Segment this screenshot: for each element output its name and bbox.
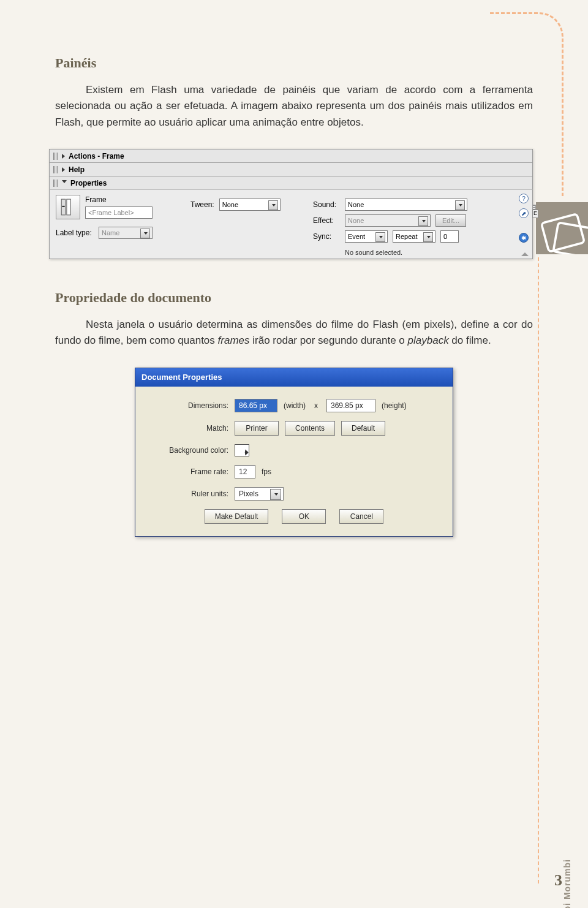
dialog-title-text: Document Properties (141, 373, 222, 382)
match-printer-button[interactable]: Printer (235, 421, 279, 436)
frame-label-input[interactable] (85, 206, 153, 219)
dimensions-label: Dimensions: (149, 401, 228, 410)
grip-icon (53, 153, 58, 160)
no-sound-message: No sound selected. (345, 249, 509, 256)
dialog-titlebar[interactable]: Document Properties (135, 368, 453, 387)
sound-select[interactable]: None (345, 199, 467, 211)
status-icon[interactable]: ✱ (519, 233, 529, 243)
framerate-label: Frame rate: (149, 467, 228, 476)
framerate-input[interactable]: 12 (235, 465, 255, 479)
ruler-units-select[interactable]: Pixels (235, 487, 284, 501)
expand-triangle-icon (62, 180, 67, 186)
properties-panel-body: E Frame Label type: Name (49, 189, 533, 259)
make-default-button[interactable]: Make Default (205, 509, 269, 524)
fps-label: fps (262, 467, 271, 476)
frame-label: Frame (85, 195, 153, 204)
grip-icon (53, 180, 58, 187)
help-icon[interactable]: ? (519, 194, 529, 203)
flash-panels-screenshot: Actions - Frame Help Properties E F (49, 149, 533, 259)
document-properties-dialog: Document Properties Dimensions: 86.65 px… (135, 368, 453, 537)
info-icon[interactable]: ⬈ (519, 208, 529, 218)
tween-select[interactable]: None (219, 199, 281, 211)
panel-title: Properties (70, 179, 107, 187)
panel-title: Help (69, 165, 85, 174)
panel-header-properties[interactable]: Properties (49, 176, 533, 189)
label-type-select[interactable]: Name (99, 227, 153, 239)
match-contents-button[interactable]: Contents (285, 421, 335, 436)
panel-header-actions[interactable]: Actions - Frame (49, 149, 533, 162)
sync-count-input[interactable] (440, 230, 459, 243)
resize-handle-icon[interactable] (521, 252, 529, 256)
width-input[interactable]: 86.65 px (235, 399, 277, 412)
sync-label: Sync: (313, 232, 340, 241)
ok-button[interactable]: OK (282, 509, 326, 524)
sync-event-select[interactable]: Event (345, 230, 388, 243)
ruler-label: Ruler units: (149, 490, 228, 498)
section-paragraph: Existem em Flash uma variedade de painéi… (55, 82, 533, 131)
height-unit-label: (height) (382, 401, 407, 410)
panel-title: Actions - Frame (69, 152, 124, 161)
section-heading-paineis: Painéis (55, 55, 533, 71)
sync-repeat-select[interactable]: Repeat (393, 230, 435, 243)
effect-label: Effect: (313, 216, 340, 225)
svg-rect-3 (67, 199, 70, 215)
footer-text: Macromedia Flash - Anhembi Morumbi (562, 859, 572, 908)
page-number: 3 (554, 871, 562, 890)
section-heading-propriedade: Propriedade do documento (55, 290, 533, 306)
bg-color-label: Background color: (149, 446, 228, 455)
collapse-triangle-icon (62, 167, 65, 172)
bg-color-swatch[interactable] (235, 444, 249, 456)
match-default-button[interactable]: Default (341, 421, 385, 436)
frame-type-icon[interactable] (56, 195, 80, 219)
panel-header-help[interactable]: Help (49, 162, 533, 176)
height-input[interactable]: 369.85 px (326, 399, 375, 412)
grip-icon (53, 166, 58, 173)
tween-label: Tween: (190, 200, 214, 209)
label-type-label: Label type: (56, 229, 94, 237)
width-unit-label: (width) (284, 401, 306, 410)
collapse-triangle-icon (62, 154, 65, 159)
section-paragraph: Nesta janela o usuário determina as dime… (55, 317, 533, 349)
effect-select[interactable]: None (345, 214, 431, 227)
x-label: x (312, 401, 320, 410)
panel-edge-badge: E (532, 210, 538, 218)
svg-rect-4 (62, 206, 64, 207)
match-label: Match: (149, 424, 228, 433)
edit-button[interactable]: Edit... (435, 214, 466, 227)
sound-label: Sound: (313, 200, 340, 209)
cancel-button[interactable]: Cancel (339, 509, 383, 524)
